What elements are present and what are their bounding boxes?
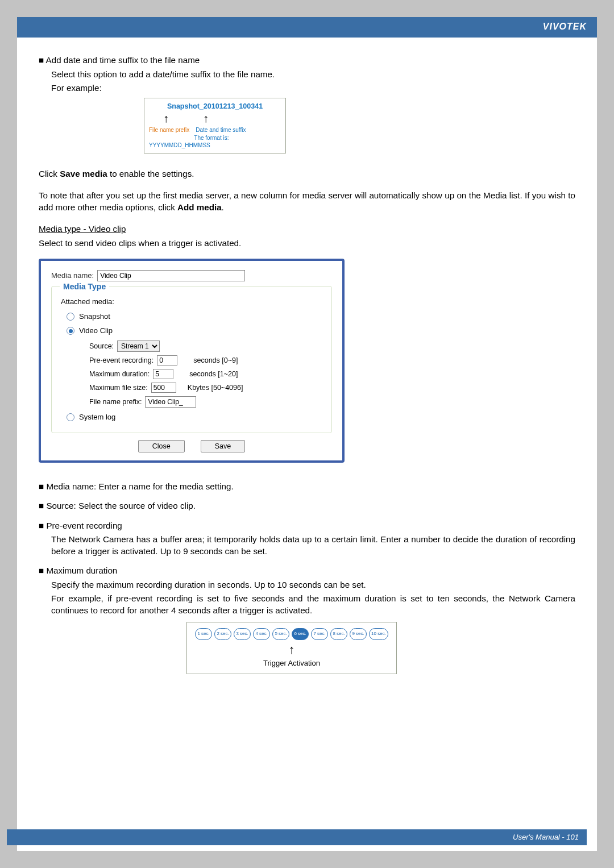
radio-system-log-label: System log [79,412,115,422]
radio-snapshot-label: Snapshot [79,312,110,322]
header-bar: VIVOTEK [17,17,597,38]
label-max-duration: Maximum duration: [89,369,150,379]
max-duration-input[interactable] [153,369,173,379]
label-filename-prefix: File name prefix: [89,397,142,407]
timeline-dot: 9 sec. [350,628,367,640]
bullet-media-name: ■ Media name: Enter a name for the media… [39,481,575,493]
timeline-dot: 6 sec. [292,628,309,640]
snapshot-example-title: Snapshot_20101213_100341 [149,102,281,111]
timeline-dot: 4 sec. [253,628,270,640]
media-type-fieldset: Media Type Attached media: Snapshot Vide… [51,286,332,433]
fieldset-legend: Media Type [60,281,109,292]
text-click-save: Click Save media to enable the settings. [39,168,575,180]
text-note-media-list: To note that after you set up the first … [39,190,575,213]
radio-video-clip[interactable] [67,327,74,335]
timeline-dot: 2 sec. [214,628,231,640]
radio-snapshot[interactable] [67,313,74,321]
timeline-dot: 3 sec. [234,628,251,640]
hint-max-filesize: Kbytes [50~4096] [188,383,243,393]
pre-event-input[interactable] [157,355,177,366]
footer-page-number: User's Manual - 101 [513,833,579,841]
hint-max-duration: seconds [1~20] [189,369,238,379]
footer-bar: User's Manual - 101 [7,829,587,845]
label-file-name-prefix: File name prefix [149,127,189,133]
bullet-pre-event-body: The Network Camera has a buffer area; it… [51,534,575,557]
bullet-max-duration-head: ■ Maximum duration [39,565,575,577]
bullet-pre-event-head: ■ Pre-event recording [39,520,575,532]
timeline-dot: 5 sec. [272,628,289,640]
label-max-filesize: Maximum file size: [89,383,148,393]
save-button[interactable]: Save [201,440,246,452]
media-type-dialog: Media name: Media Type Attached media: S… [39,259,345,463]
label-format: The format is: YYYYMMDD_HHMMSS [149,135,229,149]
timeline-dot: 1 sec. [195,628,212,640]
filename-prefix-input[interactable] [145,396,196,408]
radio-system-log[interactable] [67,413,74,421]
timeline-dot: 8 sec. [330,628,347,640]
hint-pre-event: seconds [0~9] [193,356,238,366]
radio-video-clip-label: Video Clip [79,326,113,336]
bullet-max-duration-l2: For example, if pre-event recording is s… [51,593,575,616]
label-source: Source: [89,342,114,351]
brand-text: VIVOTEK [543,22,587,32]
media-name-input[interactable] [97,270,245,281]
label-pre-event: Pre-event recording: [89,356,154,366]
snapshot-example-box: Snapshot_20101213_100341 ↑ ↑ File name p… [144,98,286,153]
bullet-max-duration-l1: Specify the maximum recording duration i… [51,579,575,591]
trigger-activation-diagram: 1 sec.2 sec.3 sec.4 sec.5 sec.6 sec.7 se… [186,622,397,674]
source-select[interactable]: Stream 1 [117,340,160,352]
label-date-time-suffix: Date and time suffix [196,127,246,133]
timeline-dot: 10 sec. [369,628,388,640]
arrow-up-icon: ↑ [203,111,209,126]
label-media-name: Media name: [51,271,94,281]
bullet-add-suffix: ■ Add date and time suffix to the file n… [39,55,575,67]
arrow-up-icon: ↑ [163,111,169,126]
text-select-option: Select this option to add a date/time su… [51,69,575,81]
timeline-dot: 7 sec. [311,628,328,640]
close-button[interactable]: Close [138,440,185,452]
text-for-example: For example: [51,82,575,94]
max-filesize-input[interactable] [151,383,176,393]
bullet-source: ■ Source: Select the source of video cli… [39,500,575,512]
label-attached-media: Attached media: [61,297,323,307]
arrow-up-icon: ↑ [192,641,392,658]
trigger-activation-label: Trigger Activation [192,658,392,668]
text-select-send-clips: Select to send video clips when a trigge… [39,238,575,250]
heading-media-type-video: Media type - Video clip [39,224,126,234]
